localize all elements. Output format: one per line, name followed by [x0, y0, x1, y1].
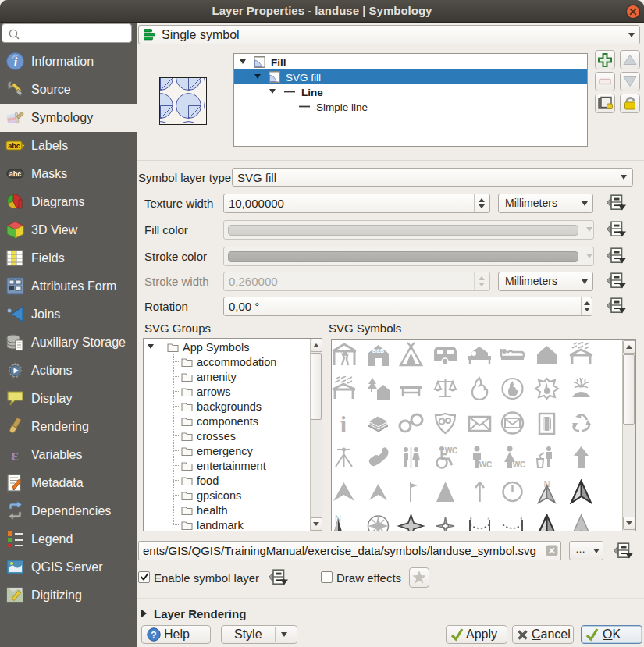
svg-text:abc: abc: [9, 170, 22, 178]
svg-text:?: ?: [151, 630, 156, 641]
svg-text:ε: ε: [11, 445, 18, 464]
svg-text:i: i: [340, 411, 347, 435]
svg-text:abc: abc: [8, 142, 20, 150]
svg-text:B&B: B&B: [372, 348, 384, 354]
svg-text:i: i: [14, 55, 18, 69]
svg-text:WC: WC: [479, 460, 493, 469]
svg-text:WC: WC: [513, 460, 526, 469]
